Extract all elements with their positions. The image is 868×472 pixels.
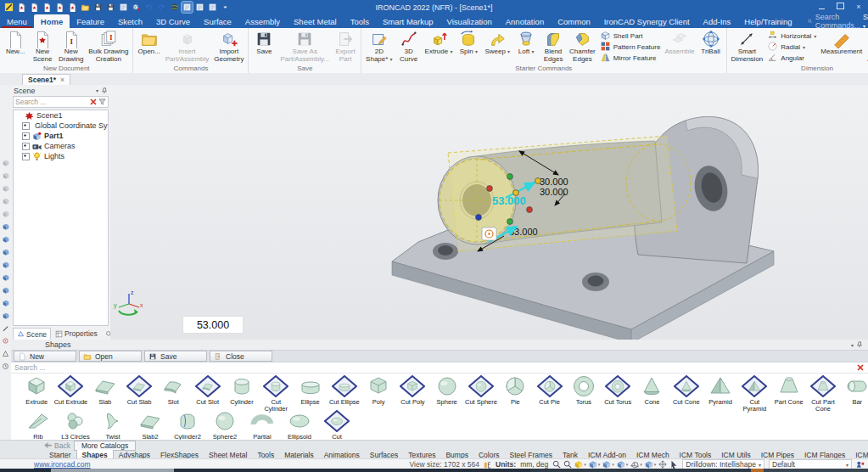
ribbon-button-import-geometry[interactable]: ImportGeometry xyxy=(211,29,246,63)
zoom-window-icon[interactable] xyxy=(563,460,572,469)
catalog-item-cut-ellipse[interactable]: Cut Ellipse xyxy=(328,374,361,406)
catalog-new-button[interactable]: New xyxy=(14,351,76,362)
catalog-item-cut-poly[interactable]: Cut Poly xyxy=(395,374,429,406)
menu-tab-surface[interactable]: Surface xyxy=(197,14,238,28)
catalog-item-pie[interactable]: Pie xyxy=(498,374,532,406)
view-front-icon[interactable] xyxy=(2,220,10,233)
catalog-item-cut-part-cone[interactable]: Cut Part Cone xyxy=(806,374,840,413)
camera-view-icon[interactable]: ▾ xyxy=(645,460,657,469)
tree-item-lights[interactable]: Lights xyxy=(14,151,108,161)
pan-icon[interactable] xyxy=(658,460,667,469)
open-scene-icon[interactable] xyxy=(42,2,53,13)
catalog-item-l3-circles[interactable]: L3 Circles xyxy=(57,408,94,440)
catalog-item-cone[interactable]: Cone xyxy=(635,374,669,406)
ribbon-button-measurement[interactable]: Measurement xyxy=(818,29,865,56)
filter-icon[interactable] xyxy=(98,98,106,105)
styles-dropdown[interactable]: Styles ▾ xyxy=(863,13,868,30)
catalog-item-cylinder[interactable]: Cylinder xyxy=(225,374,259,406)
save-icon[interactable] xyxy=(92,2,104,13)
spin-handle-2[interactable] xyxy=(507,219,513,225)
catalog-search-input[interactable]: Search ... xyxy=(11,362,868,374)
anchor-handle[interactable] xyxy=(476,215,482,221)
copy-view-icon[interactable]: ▾ xyxy=(602,460,614,469)
catalog-item-slab2[interactable]: Slab2 xyxy=(132,408,169,440)
ribbon-button-mirror-feature[interactable]: Mirror Feature xyxy=(600,53,661,64)
clock-tool-icon[interactable] xyxy=(2,360,9,373)
catalog-item-partial-torus[interactable]: Partial Torus xyxy=(244,408,281,440)
shaded-view-icon[interactable]: ▾ xyxy=(574,460,586,469)
view-top-icon[interactable] xyxy=(2,271,10,284)
expand-icon[interactable] xyxy=(22,153,30,160)
3d-viewport[interactable]: 30.000 30.000 53.000 53.000 z x xyxy=(110,85,868,340)
menu-tab-ironcad-synergy-client[interactable]: IronCAD Synergy Client xyxy=(597,14,697,28)
catalog-item-cut-pyramid[interactable]: Cut Pyramid xyxy=(737,374,771,413)
catalog-item-twist[interactable]: Twist xyxy=(94,408,132,440)
target-tool-icon[interactable] xyxy=(2,334,9,347)
zoom-in-icon[interactable] xyxy=(552,460,561,469)
print-icon[interactable] xyxy=(118,2,129,13)
catalog-close-button[interactable]: Close xyxy=(210,351,272,362)
ribbon-button-new-drawing[interactable]: INewDrawing xyxy=(56,29,86,63)
catalog-item-sphere2[interactable]: Sphere2 xyxy=(206,408,244,440)
insert-part-icon[interactable] xyxy=(131,2,142,13)
app-icon[interactable] xyxy=(3,2,14,13)
expand-icon[interactable] xyxy=(22,143,30,150)
ribbon-button-save[interactable]: Save xyxy=(250,29,277,56)
view-left-icon[interactable] xyxy=(2,245,10,258)
catalog-item-poly[interactable]: Poly xyxy=(361,374,395,406)
camera-tool-1-icon[interactable] xyxy=(2,156,10,169)
menu-tab-feature[interactable]: Feature xyxy=(70,14,111,28)
ribbon-button-sweep[interactable]: Sweep ▾ xyxy=(482,29,512,56)
catalog-item-slab[interactable]: Slab xyxy=(88,374,122,406)
scene-search-input[interactable]: Search ... xyxy=(13,96,109,108)
menu-tab-3d-curve[interactable]: 3D Curve xyxy=(149,14,197,28)
ribbon-button-3d-curve[interactable]: 3DCurve xyxy=(395,29,423,63)
ribbon-button-loft[interactable]: Loft ▾ xyxy=(512,29,540,56)
panel-dropdown-icon[interactable]: ▾ xyxy=(96,87,98,93)
perspective-icon[interactable]: ▾ xyxy=(630,460,642,469)
menu-tab-menu[interactable]: Menu xyxy=(0,14,34,28)
redo-icon[interactable] xyxy=(156,2,167,13)
new-icon[interactable] xyxy=(16,2,27,13)
dimension-value-input[interactable]: 53.000 xyxy=(182,316,244,334)
catalog-item-bar[interactable]: Bar xyxy=(840,374,868,406)
catalog-item-ellipsoid[interactable]: Ellipsoid xyxy=(281,408,318,440)
catalog-save-button[interactable]: Save xyxy=(144,351,207,362)
ribbon-button-chamfer-edges[interactable]: ChamferEdges xyxy=(567,29,598,63)
new-scene-icon[interactable] xyxy=(29,2,40,13)
view-iso-icon[interactable] xyxy=(2,296,10,309)
ribbon-button-smart-dimension[interactable]: SmartDimension xyxy=(729,29,766,63)
expand-icon[interactable] xyxy=(22,122,30,130)
menu-tab-assembly[interactable]: Assembly xyxy=(238,14,287,28)
catalog-item-cut-torus[interactable]: Cut Torus xyxy=(601,374,635,406)
ribbon-button-new[interactable]: New... xyxy=(2,29,29,56)
qat-dropdown-icon[interactable] xyxy=(220,2,231,13)
new-drawing-icon[interactable] xyxy=(54,2,65,13)
ribbon-button-spin[interactable]: Spin ▾ xyxy=(455,29,482,56)
panel-tab-properties[interactable]: Properties xyxy=(52,329,101,340)
tree-item-part1[interactable]: Part1 xyxy=(14,131,108,141)
menu-tab-add-ins[interactable]: Add-Ins xyxy=(697,14,738,28)
ribbon-button-open[interactable]: Open... xyxy=(135,29,162,56)
radius-handle-2[interactable] xyxy=(527,207,533,213)
camera-tool-3-icon[interactable] xyxy=(2,182,10,194)
bulk-drawing-icon[interactable] xyxy=(67,2,78,13)
session-icon[interactable] xyxy=(856,461,865,469)
document-tab-scene1[interactable]: Scene1* × xyxy=(22,74,70,85)
ribbon-button-new-scene[interactable]: NewScene xyxy=(29,29,56,63)
ribbon-button-2d-shape[interactable]: 2DShape* ▾ xyxy=(363,29,395,63)
catalog-item-cut-cone[interactable]: Cut Cone xyxy=(669,374,703,406)
length-handle-2[interactable] xyxy=(513,190,519,196)
view-back-icon[interactable] xyxy=(2,233,10,245)
panel-tab-scene[interactable]: Scene xyxy=(13,328,51,340)
units-value[interactable]: mm, deg xyxy=(520,460,548,469)
menu-tab-tools[interactable]: Tools xyxy=(344,14,376,28)
undo-icon[interactable] xyxy=(143,2,154,13)
camera-tool-4-icon[interactable] xyxy=(2,194,10,207)
catalog-dropdown-icon[interactable]: ▾ xyxy=(851,342,854,348)
menu-tab-common[interactable]: Common xyxy=(551,14,597,28)
ribbon-button-angular[interactable]: Angular xyxy=(767,53,816,64)
catalog-item-torus[interactable]: Torus xyxy=(567,374,601,406)
catalog-clear-search-icon[interactable] xyxy=(857,364,864,371)
menu-tab-sheet-metal[interactable]: Sheet Metal xyxy=(287,14,344,28)
